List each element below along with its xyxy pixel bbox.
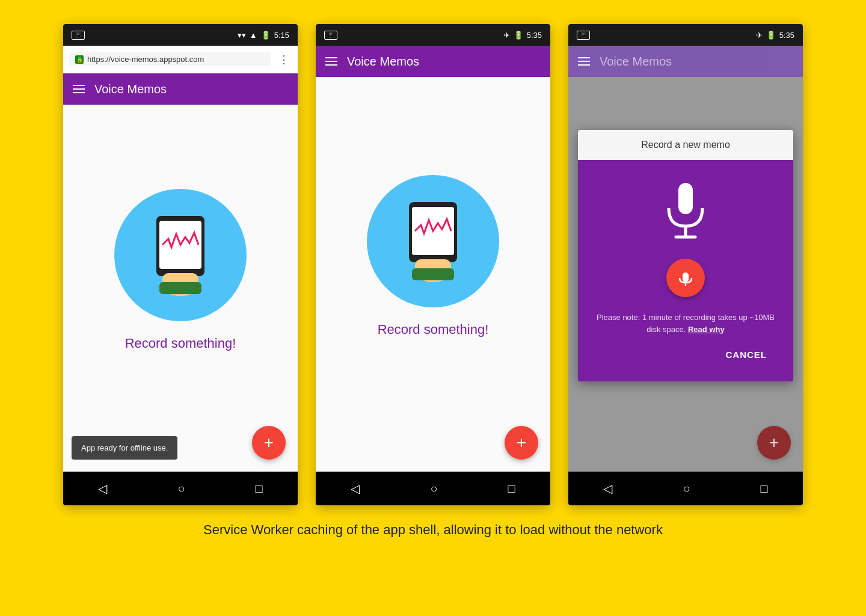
nav-home-3[interactable]: ○ [671,477,702,500]
wifi-icon-1: ▾▾ [238,31,246,40]
status-left-1: 📱 [72,31,85,40]
hamburger-icon-1[interactable] [73,85,85,93]
dialog-note: Please note: 1 minute of recording takes… [590,312,781,335]
toolbar-title-3: Voice Memos [600,55,672,69]
read-why-link[interactable]: Read why [688,325,725,334]
cancel-button[interactable]: CANCEL [716,345,777,365]
phone-3: 📱 ✈ 🔋 5:35 Voice Memos Record a new memo [568,24,803,505]
mic-large-icon [662,178,710,244]
battery-icon-2: 🔋 [514,31,523,40]
toolbar-title-1: Voice Memos [94,82,167,96]
status-right-2: ✈ 🔋 5:35 [503,31,542,40]
app-toolbar-1: Voice Memos [63,73,298,105]
nav-overview-3[interactable]: □ [748,477,779,500]
svg-rect-9 [412,268,454,280]
plane-icon-3: ✈ [756,31,763,40]
snackbar-text-1: App ready for offline use. [81,443,168,452]
status-bar-2: 📱 ✈ 🔋 5:35 [316,24,550,46]
snackbar-1: App ready for offline use. [72,436,177,460]
app-content-1: Record something! App ready for offline … [63,105,298,472]
toolbar-title-2: Voice Memos [347,55,419,69]
phones-container: 📱 ▾▾ ▲ 🔋 5:15 🔒 https://voice-memos.apps… [18,24,848,505]
bottom-nav-3: ◁ ○ □ [568,472,803,505]
signal-icon-1: ▲ [250,31,257,40]
hamburger-icon-2[interactable] [325,57,337,66]
status-bar-1: 📱 ▾▾ ▲ 🔋 5:15 [63,24,298,46]
fab-1[interactable]: + [252,426,286,460]
app-content-2: Record something! + [316,77,550,472]
record-dialog: Record a new memo [578,130,793,381]
nav-home-1[interactable]: ○ [165,477,197,500]
battery-icon-3: 🔋 [766,31,776,40]
dialog-title: Record a new memo [578,130,793,160]
illustration-circle-2 [367,175,499,307]
svg-rect-13 [683,273,689,282]
app-content-3: Record a new memo [568,77,803,472]
dialog-body: Please note: 1 minute of recording takes… [578,160,793,381]
plane-icon-2: ✈ [503,31,510,40]
battery-icon-1: 🔋 [261,31,271,40]
browser-menu-1[interactable]: ⋮ [276,51,292,69]
svg-rect-4 [159,282,201,294]
record-button[interactable] [666,259,705,297]
time-1: 5:15 [274,31,289,40]
status-bar-3: 📱 ✈ 🔋 5:35 [568,24,803,46]
sim-icon-3: 📱 [577,31,590,40]
nav-overview-2[interactable]: □ [496,477,527,500]
status-left-2: 📱 [324,31,337,40]
time-2: 5:35 [527,31,542,40]
browser-bar-1: 🔒 https://voice-memos.appspot.com ⋮ [63,46,298,73]
browser-url-1[interactable]: 🔒 https://voice-memos.appspot.com [69,52,271,66]
sim-icon-2: 📱 [324,31,337,40]
illustration-circle-1 [114,189,247,321]
phone-1: 📱 ▾▾ ▲ 🔋 5:15 🔒 https://voice-memos.apps… [63,24,298,505]
bottom-nav-1: ◁ ○ □ [63,472,298,505]
nav-back-3[interactable]: ◁ [591,476,624,500]
sim-icon-1: 📱 [72,31,85,40]
phone-2: 📱 ✈ 🔋 5:35 Voice Memos [316,24,550,505]
bottom-nav-2: ◁ ○ □ [316,472,550,505]
lock-icon-1: 🔒 [75,55,84,64]
nav-home-2[interactable]: ○ [418,477,449,500]
status-right-3: ✈ 🔋 5:35 [756,31,794,40]
svg-rect-10 [678,183,693,214]
app-toolbar-3: Voice Memos [568,46,803,77]
caption: Service Worker caching of the app shell,… [203,522,663,538]
fab-3[interactable]: + [757,426,791,460]
hamburger-icon-3[interactable] [578,57,590,66]
app-toolbar-2: Voice Memos [316,46,550,77]
record-label-1: Record something! [125,336,236,351]
url-text-1: https://voice-memos.appspot.com [87,55,204,64]
status-left-3: 📱 [577,31,590,40]
fab-2[interactable]: + [505,426,538,460]
nav-overview-1[interactable]: □ [243,477,274,500]
status-right-1: ▾▾ ▲ 🔋 5:15 [238,31,289,40]
nav-back-2[interactable]: ◁ [339,476,372,500]
nav-back-1[interactable]: ◁ [86,476,119,500]
record-label-2: Record something! [378,322,489,337]
time-3: 5:35 [779,31,794,40]
